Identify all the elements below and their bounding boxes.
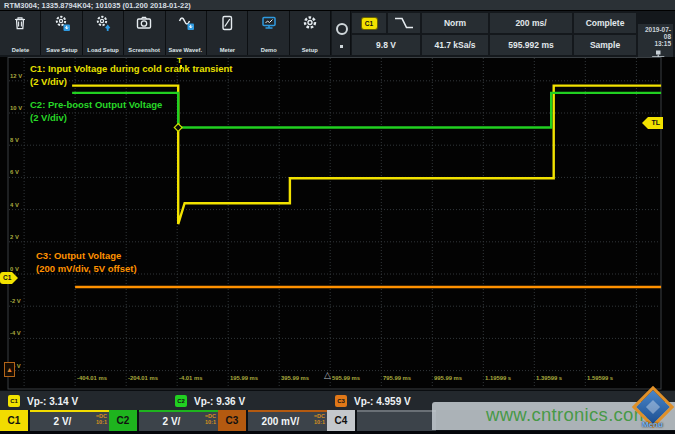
- toolbar-button-save-wavef-[interactable]: Save Wavef.: [166, 11, 207, 55]
- falling-edge-icon: [393, 16, 415, 30]
- toolbar-button-label: Save Wavef.: [169, 46, 203, 52]
- channel-settings-c1[interactable]: 2 V/≈DC10:1: [30, 410, 109, 431]
- toolbar-button-label: Save Setup: [46, 46, 77, 52]
- annotation-c2-line2: (2 V/div): [30, 112, 67, 123]
- oscilloscope-screen: RTM3004; 1335.8794K04; 101035 (01.200 20…: [0, 0, 675, 434]
- y-tick-label: 0 V: [10, 266, 19, 272]
- channel-scale: 2 V/: [54, 416, 72, 427]
- toolbar-button-meter[interactable]: Meter: [207, 11, 248, 55]
- measurement-channel-badge: C3: [335, 395, 347, 407]
- channel-settings-c3[interactable]: 200 mV/≈DC10:1: [248, 410, 327, 431]
- x-tick-label: 395.99 ms: [281, 375, 309, 381]
- waveform-display[interactable]: 12 V10 V8 V6 V4 V2 V0 V-2 V-4 V-6 V-404.…: [0, 57, 675, 390]
- trigger-mode-cell[interactable]: Norm: [422, 13, 488, 33]
- y-tick-label: 8 V: [10, 137, 19, 143]
- annotation-c3-line1: C3: Output Voltage: [36, 250, 121, 261]
- trigger-position-tick: [180, 65, 182, 69]
- window-title: RTM3004; 1335.8794K04; 101035 (01.200 20…: [0, 0, 675, 11]
- y-tick-label: -2 V: [10, 298, 21, 304]
- annotation-c1-line1: C1: Input Voltage during cold crank tran…: [30, 63, 233, 74]
- x-tick-label: 995.99 ms: [434, 375, 462, 381]
- channel-scale: 2 V/: [163, 416, 181, 427]
- x-tick-label: 795.99 ms: [383, 375, 411, 381]
- meter-icon: [218, 14, 236, 32]
- measurement-value: Vp-: 3.14 V: [27, 396, 78, 407]
- horizontal-position-cell[interactable]: 595.992 ms: [490, 35, 572, 55]
- x-tick-label: 1.19599 s: [485, 375, 511, 381]
- measurement-c1[interactable]: C1Vp-: 3.14 V: [8, 391, 78, 411]
- channel-tab-c4[interactable]: C4: [327, 410, 355, 431]
- toolbar: DeleteSave SetupLoad SetupScreenshotSave…: [0, 11, 675, 57]
- toolbar-button-save-setup[interactable]: Save Setup: [41, 11, 82, 55]
- y-tick-label: 6 V: [10, 169, 19, 175]
- toolbar-button-screenshot[interactable]: Screenshot: [124, 11, 165, 55]
- x-tick-label: 195.99 ms: [230, 375, 258, 381]
- coupling-probe-badge: ≈DC10:1: [96, 413, 107, 425]
- channel-settings-c4[interactable]: [357, 410, 436, 431]
- y-tick-label: 12 V: [10, 73, 22, 79]
- measurement-c2[interactable]: C2Vp-: 9.36 V: [175, 391, 245, 411]
- x-tick-label: 595.99 ms: [332, 375, 360, 381]
- x-tick-label: 1.59599 s: [587, 375, 613, 381]
- trigger-source-cell[interactable]: C1: [352, 13, 386, 33]
- toolbar-button-label: Setup: [302, 46, 318, 52]
- channel-scale: 200 mV/: [262, 416, 300, 427]
- toolbar-button-load-setup[interactable]: Load Setup: [83, 11, 124, 55]
- measurement-c3[interactable]: C3Vp-: 4.959 V: [335, 391, 411, 411]
- measurement-channel-badge: C2: [175, 395, 187, 407]
- probe-label: 10:1: [314, 419, 325, 425]
- channel-tab-c3[interactable]: C3: [218, 410, 246, 431]
- toolbar-button-label: Load Setup: [87, 46, 119, 52]
- date-label: 2019-07-08: [638, 26, 671, 40]
- demo-icon: [260, 14, 278, 32]
- channel-tab-c1[interactable]: C1: [0, 410, 28, 431]
- trigger-source-badge: C1: [362, 18, 377, 29]
- toolbar-button-delete[interactable]: Delete: [0, 11, 41, 55]
- camera-icon: [135, 14, 153, 32]
- timebase-cell[interactable]: 200 ms/: [490, 13, 572, 33]
- annotation-c2-line1: C2: Pre-boost Output Voltage: [30, 99, 162, 110]
- channel-settings-c2[interactable]: 2 V/≈DC10:1: [139, 410, 218, 431]
- reference-diamond-marker: [174, 124, 182, 132]
- toolbar-toggle-button[interactable]: [332, 11, 351, 55]
- logo-puzzle-icon: [646, 400, 660, 414]
- measurement-value: Vp-: 4.959 V: [354, 396, 411, 407]
- menu-button[interactable]: Menu: [642, 420, 663, 429]
- coupling-probe-badge: ≈DC10:1: [205, 413, 216, 425]
- c3-offscreen-marker[interactable]: ▲: [4, 362, 15, 377]
- gear-icon: [301, 14, 319, 32]
- x-tick-label: -404.01 ms: [77, 375, 107, 381]
- acquisition-status-cell[interactable]: Complete: [574, 13, 636, 33]
- load-setup-icon: [94, 14, 112, 32]
- toolbar-button-label: Demo: [260, 46, 276, 52]
- measurement-value: Vp-: 9.36 V: [194, 396, 245, 407]
- sample-rate-cell[interactable]: 41.7 kSa/s: [422, 35, 488, 55]
- toolbar-button-demo[interactable]: Demo: [248, 11, 289, 55]
- time-reference-marker[interactable]: △: [324, 370, 331, 380]
- y-tick-label: 2 V: [10, 234, 19, 240]
- toolbar-buttons: DeleteSave SetupLoad SetupScreenshotSave…: [0, 11, 331, 57]
- x-tick-label: -204.01 ms: [128, 375, 158, 381]
- trigger-position-marker[interactable]: T: [177, 56, 182, 65]
- toolbar-button-label: Delete: [11, 46, 28, 52]
- watermark-text: www.cntronics.com: [486, 404, 649, 426]
- coupling-probe-badge: ≈DC10:1: [314, 413, 325, 425]
- y-tick-label: -4 V: [10, 330, 21, 336]
- measurement-channel-badge: C1: [8, 395, 20, 407]
- probe-label: 10:1: [205, 419, 216, 425]
- channel-tab-c2[interactable]: C2: [109, 410, 137, 431]
- toolbar-button-label: Meter: [219, 46, 234, 52]
- y-tick-label: 10 V: [10, 105, 22, 111]
- y-tick-label: 4 V: [10, 202, 19, 208]
- acquisition-mode-cell[interactable]: Sample: [574, 35, 636, 55]
- toggle-dot-icon: [340, 45, 343, 48]
- x-tick-label: 1.39599 s: [536, 375, 562, 381]
- toolbar-button-setup[interactable]: Setup: [290, 11, 331, 55]
- x-tick-label: -4.01 ms: [179, 375, 202, 381]
- trigger-slope-cell[interactable]: [388, 13, 420, 33]
- probe-label: 10:1: [96, 419, 107, 425]
- trigger-level-cell[interactable]: 9.8 V: [352, 35, 420, 55]
- save-waveform-icon: [177, 14, 195, 32]
- save-setup-icon: [53, 14, 71, 32]
- toggle-circle-icon: [336, 23, 348, 35]
